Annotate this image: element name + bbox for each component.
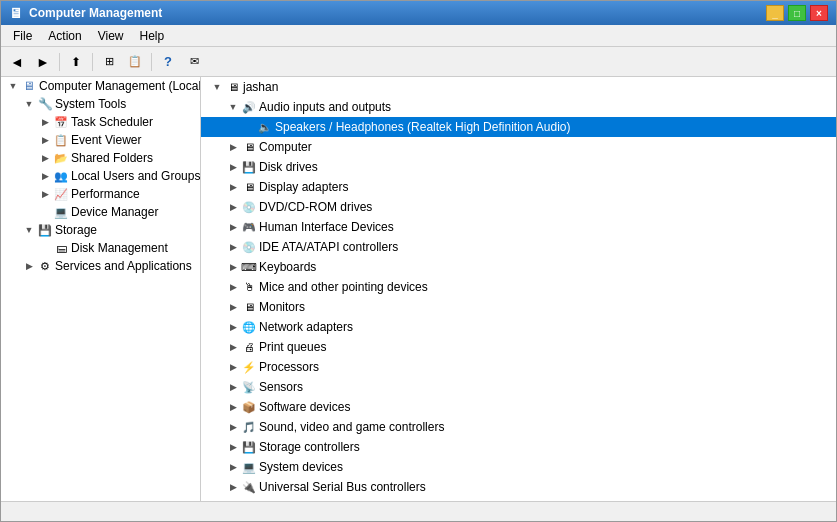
disk-management-icon: 🖴 <box>53 240 69 256</box>
right-computer-icon: 🖥 <box>241 139 257 155</box>
device-manager-label: Device Manager <box>71 205 158 219</box>
mice-icon: 🖱 <box>241 279 257 295</box>
tree-item-performance[interactable]: ▶ 📈 Performance <box>1 185 200 203</box>
tree-item-storage[interactable]: ▼ 💾 Storage <box>1 221 200 239</box>
keyboards-label: Keyboards <box>259 260 316 274</box>
right-storage-controllers-item[interactable]: ▶ 💾 Storage controllers <box>201 437 836 457</box>
right-network-item[interactable]: ▶ 🌐 Network adapters <box>201 317 836 337</box>
system-devices-icon: 💻 <box>241 459 257 475</box>
tree-item-computer-mgmt[interactable]: ▼ 🖥 Computer Management (Local <box>1 77 200 95</box>
system-devices-label: System devices <box>259 460 343 474</box>
menu-bar: File Action View Help <box>1 25 836 47</box>
maximize-btn[interactable]: □ <box>788 5 806 21</box>
back-button[interactable]: ◄ <box>5 51 29 73</box>
right-hid-item[interactable]: ▶ 🎮 Human Interface Devices <box>201 217 836 237</box>
right-root-item[interactable]: ▼ 🖥 jashan <box>201 77 836 97</box>
tree-item-event-viewer[interactable]: ▶ 📋 Event Viewer <box>1 131 200 149</box>
right-print-item[interactable]: ▶ 🖨 Print queues <box>201 337 836 357</box>
dvd-label: DVD/CD-ROM drives <box>259 200 372 214</box>
right-system-devices-item[interactable]: ▶ 💻 System devices <box>201 457 836 477</box>
right-audio-item[interactable]: ▼ 🔊 Audio inputs and outputs <box>201 97 836 117</box>
expand-icon-usb: ▶ <box>225 479 241 495</box>
shared-folders-label: Shared Folders <box>71 151 153 165</box>
right-speakers-item[interactable]: ▶ 🔈 Speakers / Headphones (Realtek High … <box>201 117 836 137</box>
title-bar: 🖥 Computer Management _ □ × <box>1 1 836 25</box>
show-hide-button[interactable]: ⊞ <box>97 51 121 73</box>
expand-icon-ide: ▶ <box>225 239 241 255</box>
menu-file[interactable]: File <box>5 27 40 45</box>
software-label: Software devices <box>259 400 350 414</box>
left-pane: ▼ 🖥 Computer Management (Local ▼ 🔧 Syste… <box>1 77 201 501</box>
right-display-adapters-item[interactable]: ▶ 🖥 Display adapters <box>201 177 836 197</box>
expand-icon-dvd: ▶ <box>225 199 241 215</box>
right-ide-item[interactable]: ▶ 💿 IDE ATA/ATAPI controllers <box>201 237 836 257</box>
right-monitors-item[interactable]: ▶ 🖥 Monitors <box>201 297 836 317</box>
tree-item-system-tools[interactable]: ▼ 🔧 System Tools <box>1 95 200 113</box>
close-btn[interactable]: × <box>810 5 828 21</box>
processors-label: Processors <box>259 360 319 374</box>
print-label: Print queues <box>259 340 326 354</box>
right-usb-item[interactable]: ▶ 🔌 Universal Serial Bus controllers <box>201 477 836 497</box>
hid-icon: 🎮 <box>241 219 257 235</box>
expand-icon-performance: ▶ <box>37 186 53 202</box>
tree-item-local-users[interactable]: ▶ 👥 Local Users and Groups <box>1 167 200 185</box>
performance-icon: 📈 <box>53 186 69 202</box>
right-mice-item[interactable]: ▶ 🖱 Mice and other pointing devices <box>201 277 836 297</box>
sound-label: Sound, video and game controllers <box>259 420 444 434</box>
disk-management-label: Disk Management <box>71 241 168 255</box>
expand-icon-storage: ▼ <box>21 222 37 238</box>
right-computer-label: Computer <box>259 140 312 154</box>
title-bar-text: Computer Management <box>29 6 162 20</box>
storage-controllers-label: Storage controllers <box>259 440 360 454</box>
main-window: 🖥 Computer Management _ □ × File Action … <box>0 0 837 522</box>
local-users-icon: 👥 <box>53 168 69 184</box>
tree-item-disk-management[interactable]: ▶ 🖴 Disk Management <box>1 239 200 257</box>
toolbar-sep-1 <box>59 53 60 71</box>
tree-item-services-apps[interactable]: ▶ ⚙ Services and Applications <box>1 257 200 275</box>
right-disk-drives-item[interactable]: ▶ 💾 Disk drives <box>201 157 836 177</box>
device-manager-icon: 💻 <box>53 204 69 220</box>
minimize-btn[interactable]: _ <box>766 5 784 21</box>
dvd-icon: 💿 <box>241 199 257 215</box>
menu-view[interactable]: View <box>90 27 132 45</box>
software-icon: 📦 <box>241 399 257 415</box>
right-software-item[interactable]: ▶ 📦 Software devices <box>201 397 836 417</box>
expand-icon-sound: ▶ <box>225 419 241 435</box>
expand-icon-computer-mgmt: ▼ <box>5 78 21 94</box>
expand-icon-audio: ▼ <box>225 99 241 115</box>
right-sound-item[interactable]: ▶ 🎵 Sound, video and game controllers <box>201 417 836 437</box>
usb-icon: 🔌 <box>241 479 257 495</box>
properties-button[interactable]: 📋 <box>123 51 147 73</box>
disk-drives-icon: 💾 <box>241 159 257 175</box>
expand-icon-monitors: ▶ <box>225 299 241 315</box>
expand-icon-mice: ▶ <box>225 279 241 295</box>
right-dvd-item[interactable]: ▶ 💿 DVD/CD-ROM drives <box>201 197 836 217</box>
tree-item-device-manager[interactable]: ▶ 💻 Device Manager <box>1 203 200 221</box>
services-apps-label: Services and Applications <box>55 259 192 273</box>
up-button[interactable]: ⬆ <box>64 51 88 73</box>
right-keyboards-item[interactable]: ▶ ⌨ Keyboards <box>201 257 836 277</box>
sound-icon: 🎵 <box>241 419 257 435</box>
forward-button[interactable]: ► <box>31 51 55 73</box>
event-viewer-label: Event Viewer <box>71 133 141 147</box>
speakers-label: Speakers / Headphones (Realtek High Defi… <box>275 120 571 134</box>
right-computer-item[interactable]: ▶ 🖥 Computer <box>201 137 836 157</box>
toolbar: ◄ ► ⬆ ⊞ 📋 ? ✉ <box>1 47 836 77</box>
expand-icon-event-viewer: ▶ <box>37 132 53 148</box>
tree-item-task-scheduler[interactable]: ▶ 📅 Task Scheduler <box>1 113 200 131</box>
menu-action[interactable]: Action <box>40 27 89 45</box>
right-sensors-item[interactable]: ▶ 📡 Sensors <box>201 377 836 397</box>
print-icon: 🖨 <box>241 339 257 355</box>
audio-icon: 🔊 <box>241 99 257 115</box>
extra-button[interactable]: ✉ <box>182 51 206 73</box>
expand-icon-right-root: ▼ <box>209 79 225 95</box>
tree-item-shared-folders[interactable]: ▶ 📂 Shared Folders <box>1 149 200 167</box>
sensors-label: Sensors <box>259 380 303 394</box>
mice-label: Mice and other pointing devices <box>259 280 428 294</box>
help-button[interactable]: ? <box>156 51 180 73</box>
expand-icon-print: ▶ <box>225 339 241 355</box>
right-processors-item[interactable]: ▶ ⚡ Processors <box>201 357 836 377</box>
menu-help[interactable]: Help <box>132 27 173 45</box>
toolbar-sep-3 <box>151 53 152 71</box>
speakers-icon: 🔈 <box>257 119 273 135</box>
